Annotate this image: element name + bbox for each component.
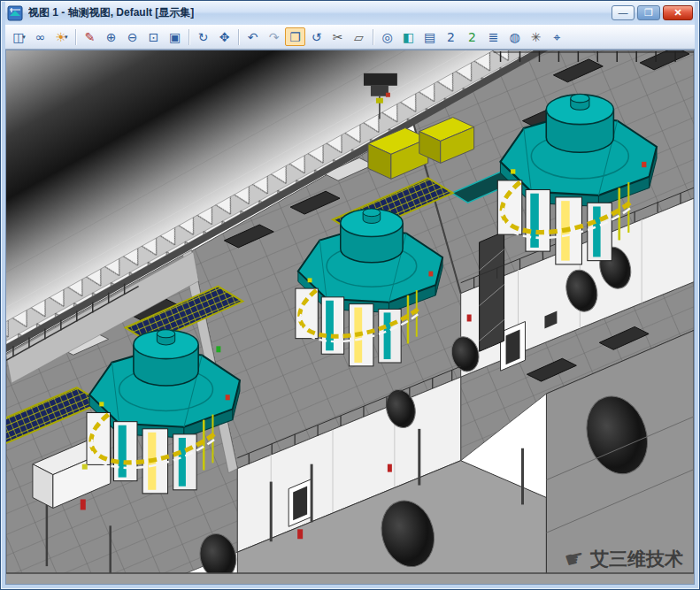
window-title: 视图 1 - 轴测视图, Default [显示集] [28, 5, 194, 20]
minimize-button[interactable]: — [612, 5, 635, 20]
toolbar-separator [188, 29, 189, 45]
clip-volume-icon: ✂ [333, 31, 343, 43]
update-view-button[interactable]: ↺ [306, 27, 327, 46]
markup-pencil-button[interactable]: ✎ [80, 27, 100, 46]
view-next-icon: ↷ [269, 31, 280, 43]
window-area-button[interactable]: ⊡ [143, 27, 164, 46]
clip-volume-button[interactable]: ✂ [327, 27, 348, 46]
view-next-button[interactable]: ↷ [264, 27, 284, 46]
display-set-button[interactable]: ▤ [419, 27, 440, 46]
app-icon [7, 5, 23, 21]
view-sync-icon: 2 [468, 31, 476, 43]
toolbar-separator [75, 29, 76, 45]
level-display-icon: ≣ [488, 31, 499, 43]
dropdown-caret-icon: ▾ [65, 34, 68, 40]
view-number-icon: 2 [447, 31, 455, 43]
toolbar-separator [373, 29, 373, 45]
render-mode-icon: ◧ [403, 31, 414, 43]
view-window-mode-button[interactable]: ◫▾ [9, 27, 29, 46]
zoom-in-icon: ⊕ [106, 31, 117, 43]
pan-view-button[interactable]: ✥ [214, 27, 235, 46]
view-settings-button[interactable]: ✳ [526, 27, 546, 46]
window-area-icon: ⊡ [149, 31, 159, 43]
zoom-in-button[interactable]: ⊕ [101, 27, 121, 46]
zoom-out-button[interactable]: ⊖ [122, 27, 142, 46]
application-window: 视图 1 - 轴测视图, Default [显示集] — ❐ ✕ ◫▾∞☀▾✎⊕… [0, 0, 700, 590]
pan-view-icon: ✥ [219, 31, 230, 43]
window-controls: — ❐ ✕ [612, 5, 693, 20]
dropdown-caret-icon: ▾ [22, 34, 26, 40]
fit-view-button[interactable]: ▣ [165, 27, 185, 46]
view-toolbar: ◫▾∞☀▾✎⊕⊖⊡▣↻✥↶↷❐↺✂▱◎◧▤22≣◍✳⌖ [5, 25, 695, 50]
camera-view-icon: ◎ [381, 31, 392, 43]
close-button[interactable]: ✕ [663, 5, 693, 20]
locate-icon: ⌖ [554, 31, 561, 43]
camera-view-button[interactable]: ◎ [377, 27, 397, 46]
view-previous-icon: ↶ [248, 31, 258, 43]
view-number-button[interactable]: 2 [441, 27, 461, 46]
clip-mask-button[interactable]: ▱ [349, 27, 369, 46]
rotate-view-icon: ↻ [198, 31, 209, 43]
fit-view-icon: ▣ [169, 31, 181, 43]
view-attributes-button[interactable]: ∞ [30, 27, 50, 46]
clip-mask-icon: ▱ [354, 31, 364, 43]
copy-view-icon: ❐ [289, 31, 301, 43]
titlebar[interactable]: 视图 1 - 轴测视图, Default [显示集] — ❐ ✕ [5, 1, 695, 25]
watermark-text: 艾三维技术 [590, 547, 683, 571]
view-previous-button[interactable]: ↶ [242, 27, 263, 46]
locate-button[interactable]: ⌖ [547, 27, 567, 46]
truss-column [480, 232, 504, 351]
adjust-brightness-button[interactable]: ☀▾ [51, 27, 72, 46]
markup-pencil-icon: ✎ [85, 31, 96, 43]
bottom-deck-band [6, 573, 694, 584]
toolbar-separator [238, 29, 239, 45]
update-view-icon: ↺ [312, 31, 322, 43]
zoom-out-icon: ⊖ [127, 31, 138, 43]
pointing-hand-icon: ☛ [561, 544, 587, 574]
render-mode-button[interactable]: ◧ [398, 27, 419, 46]
view-sync-button[interactable]: 2 [462, 27, 482, 46]
view-volume-icon: ◍ [509, 31, 519, 43]
maximize-button[interactable]: ❐ [637, 5, 660, 20]
level-display-button[interactable]: ≣ [483, 27, 504, 46]
watermark: ☛ 艾三维技术 [565, 546, 683, 571]
copy-view-button[interactable]: ❐ [285, 27, 305, 46]
display-set-icon: ▤ [424, 31, 435, 43]
view-settings-icon: ✳ [531, 31, 542, 43]
model-3d-view [6, 50, 694, 584]
view-attributes-icon: ∞ [35, 31, 46, 43]
viewport-3d[interactable]: ☛ 艾三维技术 [5, 50, 695, 585]
rotate-view-button[interactable]: ↻ [193, 27, 213, 46]
view-volume-button[interactable]: ◍ [504, 27, 525, 46]
